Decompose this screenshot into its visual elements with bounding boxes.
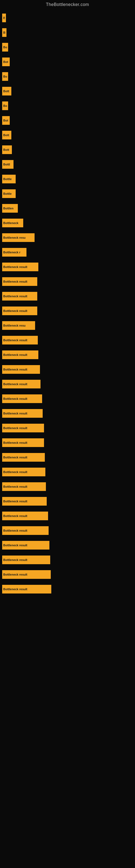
bar-item: Bottleneck result <box>2 380 41 389</box>
bar-row: Bottleneck result <box>2 465 135 479</box>
bar-label: Bottle <box>3 192 12 195</box>
bar-label: Bottleneck result <box>3 339 27 342</box>
bar-item: Bottlen <box>2 204 18 213</box>
bar-label: Bot <box>3 60 8 63</box>
bar-row: Bottle <box>2 172 135 186</box>
bar-label: Bottleneck result <box>3 309 27 312</box>
bar-item: Bottleneck result <box>2 262 38 271</box>
bar-label: Bott <box>3 148 9 151</box>
bar-row: Bottleneck result <box>2 524 135 538</box>
bar-label: Bottleneck result <box>3 368 27 371</box>
bar-item: Bottleneck result <box>2 453 45 462</box>
bar-row: Bottleneck result <box>2 421 135 435</box>
bar-label: Bottleneck result <box>3 558 27 561</box>
bar-row: Bottleneck result <box>2 509 135 523</box>
bar-row: Bottleneck resu <box>2 230 135 245</box>
bar-row: Bottleneck result <box>2 260 135 274</box>
bar-item: Bo <box>2 101 8 110</box>
bar-item: Bottleneck result <box>2 570 51 579</box>
bar-item: Bottleneck result <box>2 585 51 593</box>
bar-row: Bottl <box>2 157 135 172</box>
bar-item: Bottleneck result <box>2 350 38 359</box>
bar-row: Bo <box>2 69 135 84</box>
bar-row: Bottleneck result <box>2 275 135 289</box>
bar-row: Bo <box>2 40 135 54</box>
bar-row: Bottleneck result <box>2 567 135 582</box>
bar-label: Bottleneck result <box>3 588 27 591</box>
bar-row: Bottleneck result <box>2 494 135 508</box>
bar-row: Bottleneck result <box>2 450 135 464</box>
site-title: TheBottlenecker.com <box>0 0 135 8</box>
bar-row: Bottleneck r <box>2 245 135 259</box>
bar-row: Bottleneck <box>2 216 135 230</box>
bar-label: Bott <box>3 133 9 137</box>
bar-label: Bottleneck result <box>3 353 27 356</box>
bar-row: Bottleneck result <box>2 538 135 552</box>
bar-row: Bottleneck result <box>2 289 135 303</box>
bar-item: Bottleneck result <box>2 541 49 550</box>
bar-item: Bottleneck result <box>2 394 42 403</box>
bar-item: B <box>2 28 6 37</box>
bar-label: Bo <box>3 104 7 107</box>
bar-item: Bottleneck result <box>2 292 37 301</box>
bar-item: Bot <box>2 116 10 125</box>
bar-row: Bottleneck result <box>2 406 135 421</box>
bar-item: Bott <box>2 87 11 95</box>
bar-row: Bott <box>2 128 135 142</box>
bar-item: Bottleneck result <box>2 307 37 315</box>
bar-item: B <box>2 13 6 22</box>
bar-row: Bottleneck result <box>2 348 135 362</box>
bar-label: Bottleneck result <box>3 397 27 400</box>
bar-row: Bottleneck result <box>2 479 135 494</box>
bar-label: Bo <box>3 45 7 49</box>
bar-item: Bottleneck result <box>2 365 40 374</box>
bar-row: Bottleneck result <box>2 582 135 596</box>
bar-row: Bottleneck result <box>2 553 135 567</box>
bar-label: Bottleneck result <box>3 412 27 415</box>
bar-item: Bottleneck result <box>2 512 48 520</box>
bar-row: B <box>2 11 135 25</box>
bar-item: Bot <box>2 58 10 66</box>
bar-item: Bo <box>2 72 8 81</box>
bar-row: Bottleneck result <box>2 377 135 391</box>
bars-container: BBBoBotBoBottBoBotBottBottBottlBottleBot… <box>0 8 135 599</box>
bar-row: Bottlen <box>2 201 135 215</box>
bar-row: Bottle <box>2 187 135 201</box>
bar-item: Bottleneck result <box>2 482 46 491</box>
bar-label: Bottl <box>3 163 10 166</box>
bar-item: Bottleneck r <box>2 248 27 257</box>
bar-label: Bottleneck r <box>3 251 20 254</box>
bar-label: Bottleneck resu <box>3 236 26 239</box>
bar-row: Bottleneck result <box>2 304 135 318</box>
bar-label: Bottleneck result <box>3 294 27 298</box>
bar-row: Bo <box>2 99 135 113</box>
bar-label: Bottlen <box>3 207 13 210</box>
bar-label: Bott <box>3 90 9 93</box>
bar-row: Bott <box>2 143 135 157</box>
bar-label: Bottleneck result <box>3 500 27 503</box>
bar-item: Bottle <box>2 189 16 198</box>
bar-row: Bottleneck resu <box>2 318 135 333</box>
bar-label: Bottleneck result <box>3 426 27 430</box>
bar-label: Bottleneck result <box>3 514 27 518</box>
bar-item: Bottleneck <box>2 219 23 227</box>
bar-item: Bottl <box>2 160 13 169</box>
bar-item: Bottleneck resu <box>2 233 35 242</box>
bar-label: Bottleneck result <box>3 456 27 459</box>
bar-item: Bottleneck result <box>2 526 49 535</box>
bar-row: Bot <box>2 113 135 127</box>
bar-label: Bottleneck result <box>3 544 27 547</box>
bar-item: Bottleneck resu <box>2 321 35 330</box>
bar-item: Bottleneck result <box>2 424 44 432</box>
bar-item: Bottleneck result <box>2 277 37 286</box>
bar-label: B <box>3 16 5 20</box>
bar-row: Bottleneck result <box>2 362 135 376</box>
bar-label: Bottleneck result <box>3 573 27 576</box>
bar-item: Bottleneck result <box>2 468 45 476</box>
bar-item: Bo <box>2 43 8 52</box>
bar-row: Bott <box>2 84 135 98</box>
bar-label: Bottleneck result <box>3 470 27 474</box>
bar-label: Bottleneck result <box>3 280 27 283</box>
bar-item: Bottleneck result <box>2 497 47 506</box>
bar-label: Bottleneck result <box>3 382 27 386</box>
